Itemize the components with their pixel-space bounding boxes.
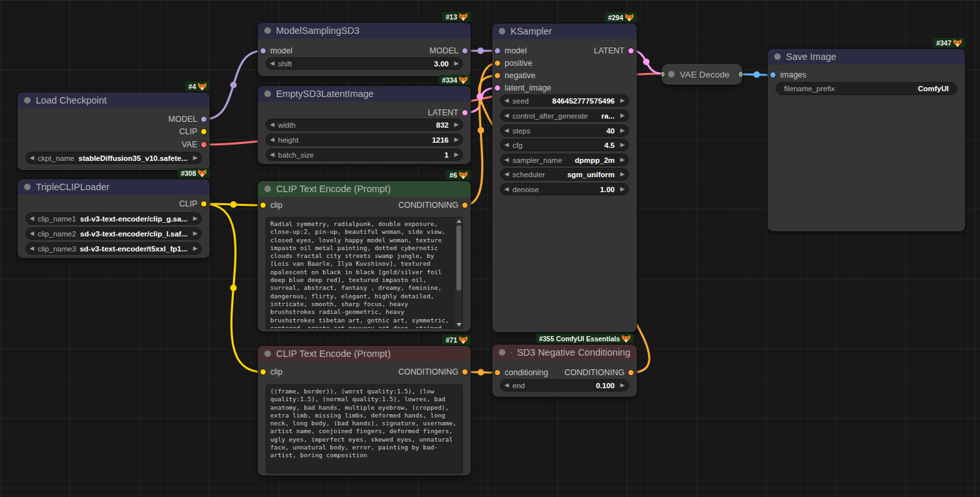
decrement-arrow-icon[interactable]: ◀ <box>266 134 278 145</box>
model-input-port[interactable] <box>494 48 501 54</box>
next-arrow-icon[interactable]: ▶ <box>617 169 628 180</box>
collapse-dot[interactable] <box>264 91 271 97</box>
prev-arrow-icon[interactable]: ◀ <box>26 213 38 224</box>
clip-input-port[interactable] <box>260 369 266 375</box>
widget-steps[interactable]: ◀ steps 40 ▶ <box>500 124 629 137</box>
decrement-arrow-icon[interactable]: ◀ <box>266 58 278 69</box>
node-canvas[interactable]: #4 Load Checkpoint MODEL CLIP VAE ◀ ckpt… <box>0 0 980 497</box>
increment-arrow-icon[interactable]: ▶ <box>451 119 462 130</box>
vae-output-port[interactable] <box>201 141 207 148</box>
node-header[interactable]: ModelSamplingSD3 <box>258 23 471 38</box>
prev-arrow-icon[interactable]: ◀ <box>26 243 38 254</box>
collapse-dot[interactable] <box>774 53 781 60</box>
prev-arrow-icon[interactable]: ◀ <box>26 228 38 239</box>
node-vae-decode[interactable]: VAE Decode <box>662 64 742 85</box>
node-header[interactable]: Save Image <box>768 49 965 64</box>
decrement-arrow-icon[interactable]: ◀ <box>501 139 512 150</box>
next-arrow-icon[interactable]: ▶ <box>189 228 201 239</box>
positive-input-port[interactable] <box>494 60 501 66</box>
collapse-dot[interactable] <box>499 28 505 35</box>
widget-end[interactable]: ◀ end 0.100 ▶ <box>500 379 629 391</box>
node-header[interactable]: CLIP Text Encode (Prompt) <box>258 181 471 197</box>
positive-prompt-textarea[interactable]: Radial symmetry, radialpunk, double expo… <box>266 217 463 329</box>
decrement-arrow-icon[interactable]: ◀ <box>501 380 512 391</box>
widget-label: seed <box>512 97 529 105</box>
increment-arrow-icon[interactable]: ▶ <box>617 95 628 106</box>
conditioning-input-port[interactable] <box>494 369 501 376</box>
next-arrow-icon[interactable]: ▶ <box>189 243 201 254</box>
images-input-port[interactable] <box>770 72 776 78</box>
widget-scheduler[interactable]: ◀ scheduler sgm_uniform ▶ <box>500 168 629 180</box>
scroll-down-icon[interactable] <box>456 323 462 326</box>
collapse-dot[interactable] <box>264 350 271 357</box>
decrement-arrow-icon[interactable]: ◀ <box>501 125 512 136</box>
latent-image-input-port[interactable] <box>494 85 501 91</box>
widget-control-after-generate[interactable]: ◀ control_after_generate ra... ▶ <box>500 109 629 122</box>
conditioning-output-port[interactable] <box>628 369 634 376</box>
node-header[interactable]: KSampler <box>492 23 637 39</box>
widget-seed[interactable]: ◀ seed 846452777575496 ▶ <box>500 94 629 107</box>
collapse-dot[interactable] <box>24 184 31 190</box>
collapse-dot[interactable] <box>499 349 505 356</box>
next-arrow-icon[interactable]: ▶ <box>189 213 201 224</box>
model-output-port[interactable] <box>462 48 468 54</box>
widget-batch-size[interactable]: ◀ batch_size 1 ▶ <box>266 149 463 161</box>
node-header[interactable]: EmptySD3LatentImage <box>258 86 471 102</box>
collapsed-output-port[interactable] <box>738 71 742 78</box>
widget-clip-name2[interactable]: ◀ clip_name2 sd-v3-text-encoder/clip_l.s… <box>25 227 202 240</box>
increment-arrow-icon[interactable]: ▶ <box>451 149 462 160</box>
scroll-thumb[interactable] <box>456 225 461 291</box>
increment-arrow-icon[interactable]: ▶ <box>451 134 462 145</box>
increment-arrow-icon[interactable]: ▶ <box>451 58 462 69</box>
conditioning-output-port[interactable] <box>462 202 468 208</box>
latent-output-port[interactable] <box>462 109 468 116</box>
decrement-arrow-icon[interactable]: ◀ <box>266 119 278 130</box>
widget-width[interactable]: ◀ width 832 ▶ <box>266 119 463 131</box>
decrement-arrow-icon[interactable]: ◀ <box>501 184 512 195</box>
increment-arrow-icon[interactable]: ▶ <box>617 139 628 150</box>
node-header[interactable]: TripleCLIPLoader <box>18 179 210 195</box>
negative-input-port[interactable] <box>494 72 501 79</box>
clip-output-port[interactable] <box>201 201 207 207</box>
increment-arrow-icon[interactable]: ▶ <box>617 125 628 136</box>
next-arrow-icon[interactable]: ▶ <box>617 110 628 121</box>
increment-arrow-icon[interactable]: ▶ <box>617 380 628 391</box>
widget-shift[interactable]: ◀ shift 3.00 ▶ <box>266 57 463 70</box>
conditioning-output-port[interactable] <box>462 369 468 375</box>
latent-output-port[interactable] <box>628 48 634 54</box>
clip-output-port[interactable] <box>201 128 207 135</box>
prev-arrow-icon[interactable]: ◀ <box>501 154 512 165</box>
collapse-dot[interactable] <box>668 71 675 78</box>
collapsed-input-port[interactable] <box>662 71 665 78</box>
model-input-port[interactable] <box>260 48 266 54</box>
prompt-scrollbar[interactable] <box>455 218 462 328</box>
widget-denoise[interactable]: ◀ denoise 1.00 ▶ <box>500 183 629 195</box>
prev-arrow-icon[interactable]: ◀ <box>26 152 38 163</box>
widget-sampler-name[interactable]: ◀ sampler_name dpmpp_2m ▶ <box>500 154 629 166</box>
node-header[interactable]: SD3 Negative Conditioning <box>492 345 637 360</box>
widget-clip-name3[interactable]: ◀ clip_name3 sd-v3-text-encoder/t5xxl_fp… <box>25 242 202 255</box>
node-title: CLIP Text Encode (Prompt) <box>276 348 391 359</box>
node-empty-sd3-latent-image: #334 EmptySD3LatentImage LATENT ◀ width … <box>258 86 471 164</box>
scroll-up-icon[interactable] <box>456 220 462 223</box>
node-header[interactable]: CLIP Text Encode (Prompt) <box>258 346 471 362</box>
next-arrow-icon[interactable]: ▶ <box>617 154 628 165</box>
decrement-arrow-icon[interactable]: ◀ <box>501 95 512 106</box>
widget-ckpt-name[interactable]: ◀ ckpt_name stableDiffusion35_v10.safete… <box>25 152 202 164</box>
increment-arrow-icon[interactable]: ▶ <box>617 184 628 195</box>
widget-clip-name1[interactable]: ◀ clip_name1 sd-v3-text-encoder/clip_g.s… <box>25 212 202 225</box>
clip-input-port[interactable] <box>260 202 266 208</box>
widget-height[interactable]: ◀ height 1216 ▶ <box>266 134 463 146</box>
node-header[interactable]: Load Checkpoint <box>18 92 210 108</box>
collapse-dot[interactable] <box>264 186 271 192</box>
prev-arrow-icon[interactable]: ◀ <box>501 169 512 180</box>
collapse-dot[interactable] <box>24 97 31 104</box>
next-arrow-icon[interactable]: ▶ <box>189 152 201 163</box>
widget-filename-prefix[interactable]: filename_prefix ComfyUI <box>776 82 957 95</box>
prev-arrow-icon[interactable]: ◀ <box>501 110 512 121</box>
decrement-arrow-icon[interactable]: ◀ <box>266 149 278 160</box>
widget-cfg[interactable]: ◀ cfg 4.5 ▶ <box>500 139 629 151</box>
collapse-dot[interactable] <box>264 27 271 34</box>
model-output-port[interactable] <box>201 116 207 122</box>
negative-prompt-textarea[interactable]: ((frame, border)), (worst quality:1.5), … <box>266 384 463 474</box>
